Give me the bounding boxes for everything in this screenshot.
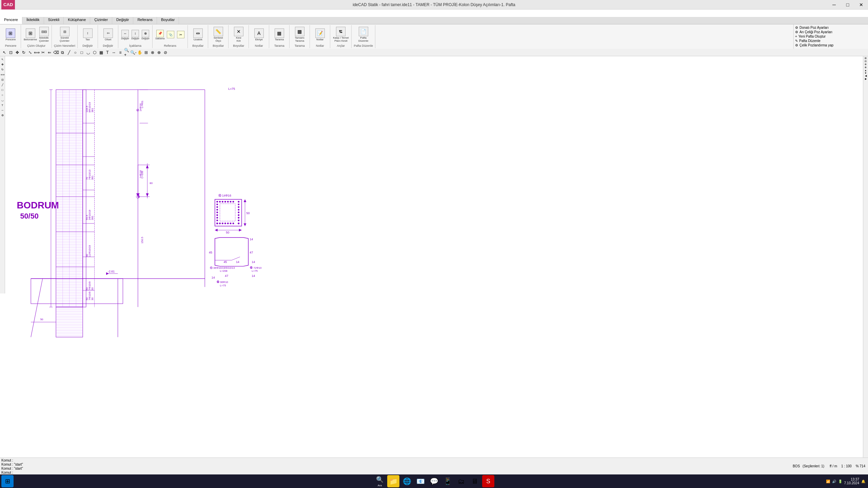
btn-tarama[interactable]: ▦ Tarama (274, 28, 285, 42)
left-btn-2[interactable]: ✥ (0, 62, 5, 67)
start-button[interactable]: ⊞ (1, 475, 14, 487)
right-mini-btn-5[interactable]: ▲ (865, 69, 867, 72)
tb2-pan[interactable]: ✋ (137, 49, 143, 56)
tb2-circle[interactable]: ○ (72, 49, 78, 56)
btn-serbest[interactable]: 📏 SerbestÖlçü (213, 26, 224, 43)
left-btn-8[interactable]: ○ (0, 93, 5, 97)
left-btn-6[interactable]: ╱ (0, 82, 5, 87)
tb2-snap[interactable]: ⊗ (150, 49, 156, 56)
minimize-button[interactable]: ─ (827, 0, 841, 9)
tab-referans[interactable]: Referans (133, 17, 157, 24)
tb2-layer[interactable]: ≡ (117, 49, 123, 56)
right-mini-btn-1[interactable]: ⊞ (865, 57, 867, 60)
maximize-button[interactable]: □ (841, 0, 854, 9)
taskbar-app6[interactable]: 🖥 (469, 475, 481, 487)
rp-celik-poz[interactable]: ⚙ Çelik Pozlandırma yap (795, 43, 867, 47)
btn-saklama2[interactable]: 📎 (166, 30, 175, 39)
rp-ari-celik[interactable]: ⚙ Arı Çeliği Poz Ayarları (795, 30, 867, 34)
right-mini-btn-6[interactable]: ▼ (865, 72, 867, 74)
taskbar-file-explorer[interactable]: 📁 (387, 475, 399, 487)
tb2-copy[interactable]: ⧉ (59, 49, 65, 56)
tab-cizim[interactable]: İkitekilik (22, 17, 44, 24)
left-btn-3[interactable]: ↻ (0, 67, 5, 72)
left-btn-1[interactable]: ↖ (0, 57, 5, 62)
left-btn-5[interactable]: ⊡ (0, 77, 5, 82)
taskbar-search[interactable]: 🔍 Ara (374, 475, 386, 487)
tb2-poly[interactable]: ⬡ (92, 49, 98, 56)
tab-cizim2[interactable]: Çizimler (90, 17, 112, 24)
btn-tamami[interactable]: ▩ TamamıTarama (294, 26, 305, 43)
tb2-ortho[interactable]: ⊕ (156, 49, 162, 56)
left-btn-10[interactable]: T (0, 103, 5, 107)
tb2-dim[interactable]: ↔ (111, 49, 117, 56)
taskbar-app2[interactable]: 📧 (414, 475, 427, 487)
tb2-zoom-out[interactable]: 🔍- (130, 49, 136, 56)
canvas-area[interactable]: BODRUM 50/50 (5, 56, 863, 458)
tb2-rotate[interactable]: ↻ (21, 49, 27, 56)
btn-pafta[interactable]: 📄 PaftaDüzenle (358, 26, 369, 43)
tb2-erase[interactable]: ⌫ (53, 49, 59, 56)
left-btn-11[interactable]: ↔ (0, 108, 5, 113)
tb2-arc[interactable]: ◡ (85, 49, 91, 56)
btn-kesi[interactable]: ✕ KesiKöt (233, 26, 244, 43)
tb2-mirror[interactable]: ⟺ (34, 49, 40, 56)
close-button[interactable]: ✕ (854, 0, 868, 9)
taskbar-notification[interactable]: 🔔 (861, 480, 865, 483)
tb2-trim[interactable]: ✂ (40, 49, 46, 56)
tb2-line[interactable]: ╱ (66, 49, 72, 56)
tb2-text[interactable]: T (104, 49, 111, 56)
right-mini-btn-2[interactable]: ⊟ (865, 60, 867, 63)
btn-saklama3[interactable]: ✂ (176, 30, 185, 39)
status-bos: BOS (793, 464, 800, 468)
taskbar-app7[interactable]: S (482, 475, 494, 487)
right-mini-btn-3[interactable]: ⊕ (865, 63, 867, 66)
taskbar-speaker[interactable]: 🔊 (832, 480, 836, 483)
tb2-move[interactable]: ✥ (14, 49, 20, 56)
tb2-rect[interactable]: □ (79, 49, 85, 56)
btn-uzaklik[interactable]: ⇔ Uzaklık (193, 28, 203, 42)
tb2-polar[interactable]: ⊘ (162, 49, 169, 56)
btn-sureli[interactable]: ⊟ SürekliÇizimler (59, 26, 70, 43)
tb2-scale[interactable]: ⤡ (27, 49, 33, 56)
left-btn-9[interactable]: ◡ (0, 98, 5, 102)
tb2-arrow[interactable]: ↖ (1, 49, 7, 56)
btn-deristir1[interactable]: ↔ Değiştir (120, 29, 130, 40)
btn-betonarme[interactable]: ⊞ Betonarme (23, 28, 38, 42)
tb2-hatch[interactable]: ▦ (98, 49, 104, 56)
rp-pafta-duzenle[interactable]: ✎ Pafta Düzenle (795, 39, 867, 43)
tab-sureli[interactable]: Sürekli (44, 17, 64, 24)
btn-deristir3[interactable]: ⊕ Değiştir (141, 29, 150, 40)
btn-notlar[interactable]: 📝 Notlar (315, 28, 326, 42)
taskbar-app1[interactable]: 🌐 (401, 475, 413, 487)
left-btn-7[interactable]: □ (0, 87, 5, 92)
taskbar-wifi[interactable]: 📶 (826, 480, 830, 483)
tb2-grid[interactable]: ⊞ (143, 49, 149, 56)
tb2-zoom-in[interactable]: 🔍+ (124, 49, 130, 56)
tab-pencere[interactable]: Pencere (0, 17, 22, 24)
btn-pencerem[interactable]: ⊞ Pencere (5, 28, 17, 42)
tab-boyutlar[interactable]: Boyutlar (157, 17, 179, 24)
rp-yeni-pafta[interactable]: + Yeni Pafta Oluştur (795, 35, 867, 38)
taskbar-app3[interactable]: 💬 (428, 475, 440, 487)
left-btn-4[interactable]: ⟺ (0, 72, 5, 77)
taskbar-app5[interactable]: 🗂 (455, 475, 467, 487)
rp-donati[interactable]: ⚙ Donatı Poz Ayarları (795, 26, 867, 29)
btn-tao[interactable]: ↕ Tao (82, 28, 93, 42)
btn-kalip[interactable]: 🏗 Kalıp / TemelPlanı Kesit (332, 26, 349, 43)
taskbar-battery[interactable]: 🔋 (838, 480, 842, 483)
status-right: ff / m 1 : 100 % 714 (827, 458, 868, 474)
btn-deristir2[interactable]: ↕ Değiştir (131, 29, 140, 40)
btn-offset[interactable]: ⇦ Ofset (103, 28, 114, 42)
right-mini-btn-8[interactable]: ▶ (865, 78, 867, 80)
left-btn-12[interactable]: ⚙ (0, 113, 5, 118)
tb2-extend[interactable]: ⇐ (46, 49, 53, 56)
tab-degistir[interactable]: Değiştir (112, 17, 133, 24)
right-mini-btn-4[interactable]: ⊗ (865, 66, 867, 69)
btn-saklama1[interactable]: 📌 Saklama (155, 29, 165, 40)
right-mini-btn-7[interactable]: ◀ (865, 75, 867, 77)
tb2-select[interactable]: ⊡ (8, 49, 14, 56)
taskbar-app4[interactable]: 📱 (441, 475, 454, 487)
tab-kutup[interactable]: Kütüphane (64, 17, 90, 24)
btn-ekriye[interactable]: A Ekriye (254, 28, 264, 42)
btn-ikisirali[interactable]: ⊟⊟ İkitekilikÇizimler (38, 26, 50, 43)
